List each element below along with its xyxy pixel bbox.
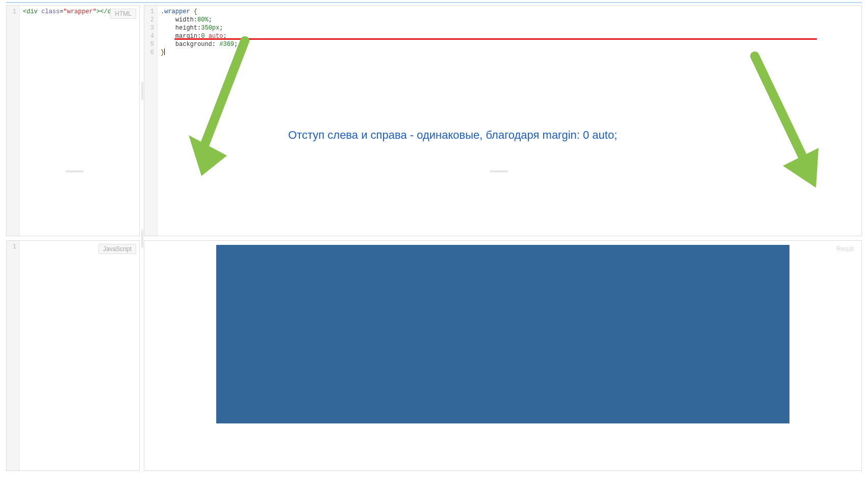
splitter-handle[interactable]: [141, 82, 143, 100]
line-number: 1: [7, 243, 16, 251]
css-prop: height: [175, 24, 197, 32]
css-selector: .wrapper: [161, 8, 190, 15]
js-panel: JavaScript 1: [6, 240, 140, 471]
line-number: 2: [144, 16, 154, 24]
html-panel-label: HTML: [110, 9, 136, 19]
css-val: 350px: [201, 24, 219, 32]
css-prop: margin: [175, 33, 197, 40]
html-code-editor[interactable]: <div class="wrapper"></div>: [20, 6, 139, 236]
result-viewport[interactable]: [144, 241, 861, 471]
code-attr: class: [41, 8, 60, 15]
css-colon: :: [212, 41, 216, 48]
css-brace: }: [161, 49, 164, 56]
code-tag-open: <div: [23, 8, 38, 15]
html-panel: HTML 1 <div class="wrapper"></div>: [6, 5, 140, 236]
css-prop: width: [175, 16, 194, 23]
result-panel-label: Result: [832, 244, 858, 254]
js-gutter: 1: [7, 241, 20, 471]
css-semi: ;: [219, 24, 223, 32]
splitter-handle[interactable]: [490, 170, 508, 172]
css-val: 0: [201, 33, 205, 40]
css-prop: background: [175, 41, 212, 48]
js-code-editor[interactable]: [20, 241, 139, 471]
css-semi: ;: [209, 16, 212, 23]
splitter-handle[interactable]: [65, 170, 84, 172]
text-cursor: [164, 48, 165, 55]
code-str: "wrapper": [63, 8, 96, 15]
css-panel: 1 2 3 4 5 6 .wrapper { width:80%; height…: [144, 5, 862, 236]
line-number: 6: [144, 48, 154, 57]
css-colon: :: [194, 16, 197, 23]
fiddle-layout: HTML 1 <div class="wrapper"></div> 1 2 3…: [6, 2, 862, 471]
result-panel: Result: [144, 240, 862, 471]
html-gutter: 1: [7, 6, 20, 236]
css-val: #369: [219, 41, 234, 48]
demo-wrapper-box: [216, 245, 790, 423]
line-number: 1: [144, 8, 154, 16]
splitter-handle[interactable]: [141, 230, 143, 248]
js-panel-label: JavaScript: [98, 244, 136, 254]
line-number: 5: [144, 40, 154, 48]
css-val: 80%: [197, 16, 209, 23]
line-number: 4: [144, 32, 154, 40]
css-val-auto: auto: [209, 33, 223, 40]
css-semi: ;: [223, 33, 226, 40]
css-semi: ;: [234, 41, 238, 48]
css-code-editor[interactable]: .wrapper { width:80%; height:350px; marg…: [158, 6, 861, 236]
line-number: 3: [144, 24, 154, 32]
line-number: 1: [7, 8, 16, 16]
css-gutter: 1 2 3 4 5 6: [144, 6, 158, 236]
css-brace: {: [194, 8, 197, 15]
